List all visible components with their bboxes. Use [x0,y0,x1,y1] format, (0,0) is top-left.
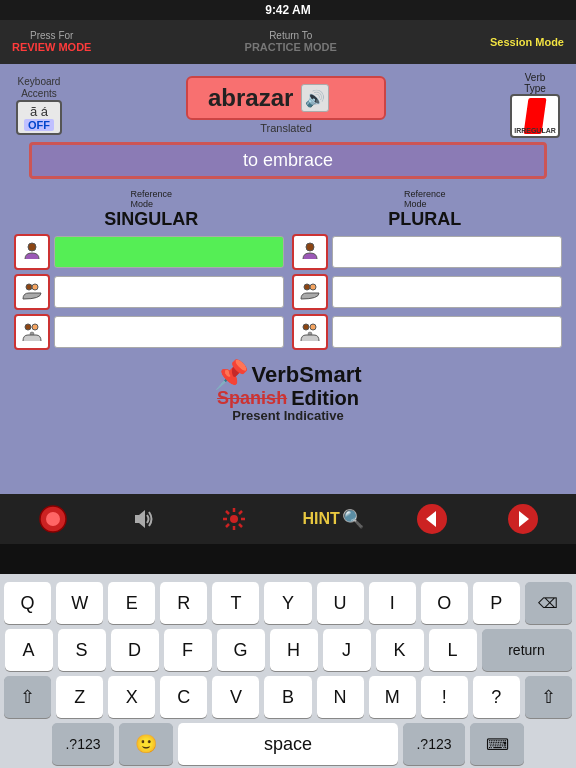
key-numbers-left[interactable]: .?123 [52,723,114,765]
key-v[interactable]: V [212,676,259,718]
conj-header: ReferenceMode SINGULAR ReferenceMode PLU… [14,189,561,230]
stop-btn[interactable] [31,500,75,538]
toolbar-settings-btn[interactable] [212,500,256,538]
key-c[interactable]: C [160,676,207,718]
key-q[interactable]: Q [4,582,51,624]
key-return[interactable]: return [482,629,572,671]
top-nav: Press For REVIEW MODE Return To PRACTICE… [0,20,576,64]
return-mode-btn[interactable]: Return To PRACTICE MODE [245,30,337,53]
conj-row-s2 [14,274,284,310]
key-e[interactable]: E [108,582,155,624]
key-space[interactable]: space [178,723,398,765]
svg-point-7 [304,284,310,290]
key-m[interactable]: M [369,676,416,718]
svg-point-6 [306,243,314,251]
key-question[interactable]: ? [473,676,520,718]
person-p2-icon[interactable] [292,274,328,310]
key-h[interactable]: H [270,629,318,671]
key-emoji[interactable]: 🙂 [119,723,173,765]
review-mode-btn[interactable]: Press For REVIEW MODE [12,30,91,53]
svg-point-1 [26,284,32,290]
svg-line-22 [239,511,242,514]
accent-chars: ã á [30,104,48,119]
key-i[interactable]: I [369,582,416,624]
logo-area: 📌 VerbSmart Spanish Edition Present Indi… [214,358,361,423]
key-k[interactable]: K [376,629,424,671]
svg-marker-14 [135,510,145,528]
svg-line-21 [239,524,242,527]
svg-point-8 [310,284,316,290]
key-f[interactable]: F [164,629,212,671]
key-z[interactable]: Z [56,676,103,718]
practice-mode-label: PRACTICE MODE [245,41,337,53]
key-d[interactable]: D [111,629,159,671]
conj-input-p1[interactable] [332,236,562,268]
person-s3-icon[interactable] [14,314,50,350]
accent-toggle-btn[interactable]: ã á OFF [16,100,62,135]
logo-edition-line: Spanish Edition [217,387,359,410]
conj-input-s1[interactable] [54,236,284,268]
top-controls: KeyboardAccents ã á OFF abrazar 🔊 Transl… [0,72,576,138]
conj-input-s2[interactable] [54,276,284,308]
key-shift-right[interactable]: ⇧ [525,676,572,718]
logo-verbsmart: VerbSmart [251,362,361,388]
key-j[interactable]: J [323,629,371,671]
conjugation-grid: ReferenceMode SINGULAR ReferenceMode PLU… [14,189,561,350]
key-t[interactable]: T [212,582,259,624]
key-delete[interactable]: ⌫ [525,582,572,624]
svg-line-20 [226,511,229,514]
svg-point-10 [310,324,316,330]
plural-header: ReferenceMode PLURAL [293,189,556,230]
key-x[interactable]: X [108,676,155,718]
person-p1-icon[interactable] [292,234,328,270]
key-y[interactable]: Y [264,582,311,624]
key-b[interactable]: B [264,676,311,718]
key-exclaim[interactable]: ! [421,676,468,718]
key-p[interactable]: P [473,582,520,624]
black-bar [0,544,576,574]
irregular-badge: IRREGULAR [510,94,560,138]
time: 9:42 AM [265,3,311,17]
key-w[interactable]: W [56,582,103,624]
person-s1-icon[interactable] [14,234,50,270]
key-a[interactable]: A [5,629,53,671]
person-p3-icon[interactable] [292,314,328,350]
session-mode-label: Session Mode [490,36,564,48]
svg-point-3 [25,324,31,330]
verb-type-label: VerbType [524,72,546,94]
key-l[interactable]: L [429,629,477,671]
verb-type: VerbType IRREGULAR [510,72,560,138]
verb-speaker-btn[interactable]: 🔊 [301,84,329,112]
session-mode-btn[interactable]: Session Mode [490,36,564,48]
key-u[interactable]: U [317,582,364,624]
key-r[interactable]: R [160,582,207,624]
conj-row-s1 [14,234,284,270]
key-s[interactable]: S [58,629,106,671]
key-numbers-right[interactable]: .?123 [403,723,465,765]
translated-label: Translated [260,122,312,134]
key-o[interactable]: O [421,582,468,624]
keyboard-row-3: ⇧ Z X C V B N M ! ? ⇧ [4,676,572,718]
person-s2-icon[interactable] [14,274,50,310]
conj-input-p3[interactable] [332,316,562,348]
key-n[interactable]: N [317,676,364,718]
plural-col [292,234,562,350]
logo-subtitle: Present Indicative [232,408,343,423]
accent-off-label: OFF [24,119,54,131]
conj-input-p2[interactable] [332,276,562,308]
keyboard-row-1: Q W E R T Y U I O P ⌫ [4,582,572,624]
key-keyboard-icon[interactable]: ⌨ [470,723,524,765]
toolbar-speaker-btn[interactable] [122,500,166,538]
keyboard-row-2: A S D F G H J K L return [4,629,572,671]
hint-btn[interactable]: HINT 🔍 [303,508,364,530]
svg-point-4 [32,324,38,330]
svg-point-0 [28,243,36,251]
back-btn[interactable] [410,500,454,538]
key-shift-left[interactable]: ⇧ [4,676,51,718]
main-area: KeyboardAccents ã á OFF abrazar 🔊 Transl… [0,64,576,494]
key-g[interactable]: G [217,629,265,671]
conj-rows [14,234,561,350]
singular-title: SINGULAR [104,209,198,230]
conj-input-s3[interactable] [54,316,284,348]
forward-btn[interactable] [501,500,545,538]
